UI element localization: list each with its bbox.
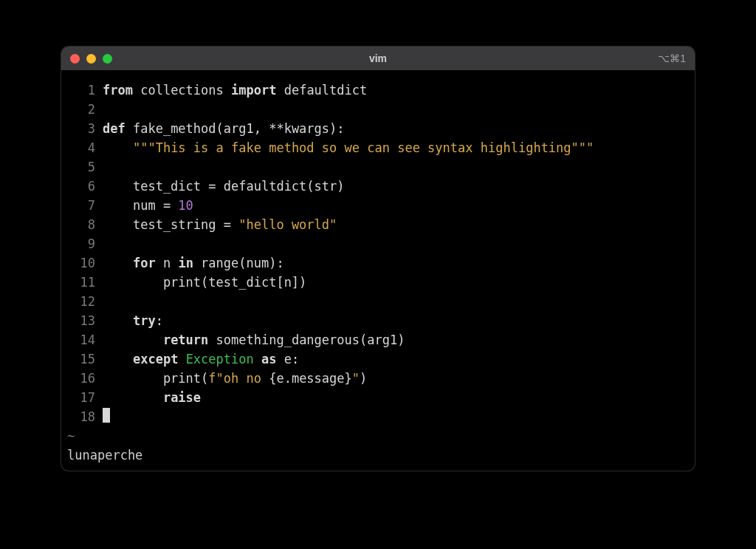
token: ) <box>360 371 367 386</box>
empty-line-marker: ~ <box>61 426 695 446</box>
token: try <box>133 313 156 328</box>
code-editor[interactable]: 1from collections import defaultdict23de… <box>61 70 695 465</box>
token <box>103 313 133 328</box>
token: 10 <box>178 198 193 213</box>
token: for <box>133 256 156 270</box>
code-line[interactable]: 8 test_string = "hello world" <box>61 215 695 234</box>
code-line[interactable]: 11 print(test_dict[n]) <box>61 273 695 292</box>
token: num = <box>103 198 178 213</box>
code-content[interactable]: for n in range(num): <box>103 253 695 273</box>
code-line[interactable]: 10 for n in range(num): <box>61 253 695 273</box>
line-number: 7 <box>61 196 103 215</box>
token: fake_method(arg1, **kwargs): <box>126 121 345 136</box>
code-line[interactable]: 5 <box>61 157 695 177</box>
token <box>103 140 133 155</box>
code-content[interactable]: print(test_dict[n]) <box>103 273 695 292</box>
window-title: vim <box>61 52 695 64</box>
code-line[interactable]: 4 """This is a fake method so we can see… <box>61 138 695 157</box>
terminal-window: vim ⌥⌘1 1from collections import default… <box>61 47 695 471</box>
token: as <box>261 352 276 366</box>
token: raise <box>163 390 201 405</box>
token: return <box>163 333 208 347</box>
token: e: <box>276 352 299 366</box>
line-number: 18 <box>61 407 103 426</box>
code-content[interactable]: print(f"oh no {e.message}") <box>103 369 695 388</box>
code-content[interactable]: raise <box>103 388 695 407</box>
line-number: 2 <box>61 100 103 119</box>
line-number: 10 <box>61 253 103 273</box>
code-content[interactable]: num = 10 <box>103 196 695 215</box>
code-line[interactable]: 15 except Exception as e: <box>61 349 695 369</box>
token: def <box>103 121 126 136</box>
token: Exception <box>186 352 254 366</box>
token: "hello world" <box>238 217 337 232</box>
code-content[interactable]: except Exception as e: <box>103 349 695 369</box>
code-line[interactable]: 14 return something_dangerous(arg1) <box>61 330 695 349</box>
line-number: 11 <box>61 273 103 292</box>
token: test_dict = defaultdict(str) <box>103 179 345 194</box>
line-number: 13 <box>61 311 103 330</box>
token: something_dangerous(arg1) <box>208 333 405 347</box>
line-number: 15 <box>61 349 103 369</box>
code-content[interactable]: """This is a fake method so we can see s… <box>103 138 695 157</box>
token: " <box>352 371 360 386</box>
token: print( <box>103 371 208 386</box>
line-number: 14 <box>61 330 103 349</box>
line-number: 4 <box>61 138 103 157</box>
code-content[interactable] <box>103 292 695 311</box>
token <box>103 256 133 270</box>
token <box>178 352 185 366</box>
line-number: 5 <box>61 157 103 177</box>
token <box>103 352 133 366</box>
code-content[interactable]: return something_dangerous(arg1) <box>103 330 695 349</box>
token: f"oh no <box>208 371 269 386</box>
token: """This is a fake method so we can see s… <box>133 140 594 155</box>
traffic-lights <box>70 54 112 64</box>
code-line[interactable]: 12 <box>61 292 695 311</box>
code-line[interactable]: 2 <box>61 100 695 119</box>
token <box>103 333 163 347</box>
code-line[interactable]: 17 raise <box>61 388 695 407</box>
code-line[interactable]: 7 num = 10 <box>61 196 695 215</box>
cursor <box>103 408 110 423</box>
code-content[interactable]: test_string = "hello world" <box>103 215 695 234</box>
code-line[interactable]: 18 <box>61 407 695 426</box>
window-titlebar: vim ⌥⌘1 <box>61 47 695 70</box>
code-line[interactable]: 16 print(f"oh no {e.message}") <box>61 369 695 388</box>
code-content[interactable]: def fake_method(arg1, **kwargs): <box>103 119 695 138</box>
token: import <box>231 83 276 98</box>
zoom-icon[interactable] <box>103 54 112 64</box>
code-content[interactable] <box>103 234 695 253</box>
code-line[interactable]: 9 <box>61 234 695 253</box>
line-number: 9 <box>61 234 103 253</box>
line-number: 8 <box>61 215 103 234</box>
token: except <box>133 352 178 366</box>
tilde-icon: ~ <box>61 426 101 446</box>
code-content[interactable]: try: <box>103 311 695 330</box>
code-content[interactable]: test_dict = defaultdict(str) <box>103 177 695 196</box>
close-icon[interactable] <box>70 54 80 64</box>
line-number: 12 <box>61 292 103 311</box>
code-line[interactable]: 13 try: <box>61 311 695 330</box>
line-number: 3 <box>61 119 103 138</box>
line-number: 1 <box>61 81 103 100</box>
token: from <box>103 83 133 98</box>
token: {e.message} <box>269 371 352 386</box>
line-number: 17 <box>61 388 103 407</box>
code-line[interactable]: 6 test_dict = defaultdict(str) <box>61 177 695 196</box>
code-content[interactable] <box>103 407 695 426</box>
code-content[interactable]: from collections import defaultdict <box>103 81 695 100</box>
line-number: 6 <box>61 177 103 196</box>
token: : <box>156 313 163 328</box>
window-shortcut-indicator: ⌥⌘1 <box>658 52 686 64</box>
minimize-icon[interactable] <box>86 54 96 64</box>
token: collections <box>133 83 231 98</box>
line-number: 16 <box>61 369 103 388</box>
token: print(test_dict[n]) <box>103 275 306 290</box>
token: n <box>156 256 179 270</box>
code-line[interactable]: 1from collections import defaultdict <box>61 81 695 100</box>
code-content[interactable] <box>103 157 695 177</box>
code-content[interactable] <box>103 100 695 119</box>
code-line[interactable]: 3def fake_method(arg1, **kwargs): <box>61 119 695 138</box>
status-line: lunaperche <box>61 446 695 465</box>
